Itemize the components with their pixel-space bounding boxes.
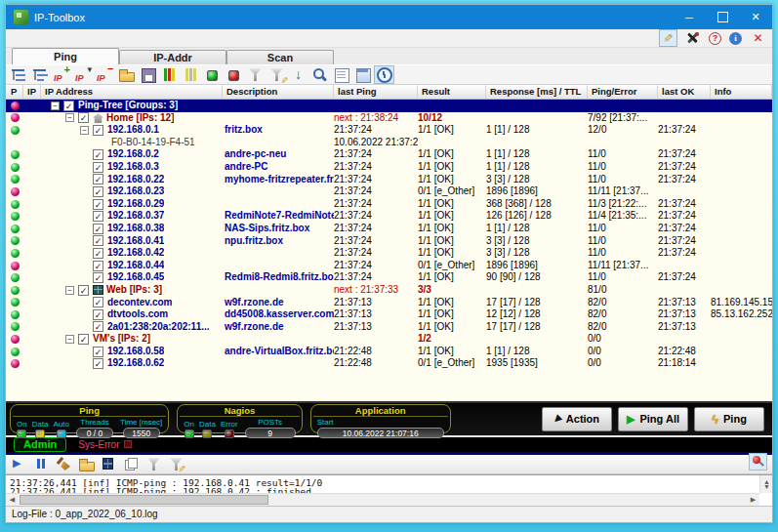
info-icon[interactable] <box>729 32 742 45</box>
close-icon[interactable] <box>750 30 766 46</box>
table-row[interactable]: 192.168.0.37RedmiNote7-RedmiNote...21:37… <box>6 210 772 223</box>
row-checkbox[interactable] <box>93 309 103 320</box>
maximize-button[interactable] <box>706 5 739 29</box>
clock-icon[interactable] <box>375 66 393 83</box>
stop-led-icon[interactable] <box>225 66 243 83</box>
scroll-right-icon[interactable]: ▶ <box>747 494 759 506</box>
table-row[interactable]: decontev.comw9f.rzone.de21:37:131/1 [OK]… <box>6 297 772 309</box>
table-row[interactable]: Home [IPs: 12]next : 21:38:2410/127/92 [… <box>6 112 772 125</box>
row-checkbox[interactable] <box>93 297 103 307</box>
collapse-expander[interactable] <box>65 335 74 344</box>
tab-scan[interactable]: Scan <box>226 50 334 64</box>
collapse-expander[interactable] <box>65 113 74 122</box>
filter-icon[interactable] <box>144 456 161 471</box>
tools-icon[interactable] <box>684 30 701 46</box>
table-row[interactable]: VM's [IPs: 2]1/20/0 <box>6 333 772 346</box>
play-icon[interactable] <box>10 456 26 471</box>
tab-ping[interactable]: Ping <box>12 48 119 64</box>
table-row[interactable]: 192.168.0.2921:37:241/1 [OK]368 [368] / … <box>6 198 772 211</box>
row-checkbox[interactable] <box>93 174 103 184</box>
column-header-response-ms-ttl[interactable]: Response [ms] / TTL <box>486 85 588 99</box>
table-row[interactable]: 192.168.0.4221:37:241/1 [OK]3 [3] / 1281… <box>6 247 772 260</box>
scrollbar-thumb[interactable] <box>20 495 268 505</box>
table-row[interactable]: 192.168.0.6221:22:480/1 [e_Other]1935 [1… <box>6 357 772 370</box>
table-row[interactable]: 192.168.0.58andre-VirtualBox.fritz.box21… <box>6 346 772 358</box>
table-row[interactable]: 192.168.0.1fritz.box21:37:241/1 [OK]1 [1… <box>6 124 772 137</box>
log-horizontal-scrollbar[interactable]: ◀ ▶ <box>6 493 759 506</box>
table-row[interactable]: 192.168.0.4421:37:240/1 [e_Other]1896 [1… <box>6 260 772 272</box>
close-button[interactable] <box>739 5 772 29</box>
table-row[interactable]: 192.168.0.41npu.fritz.box21:37:241/1 [OK… <box>6 235 772 248</box>
column-header-ping-error[interactable]: Ping/Error <box>588 85 658 99</box>
filter-edit-icon[interactable] <box>267 66 286 83</box>
tree-collapse-icon[interactable] <box>31 66 50 83</box>
search-icon[interactable] <box>310 66 329 83</box>
start-led-icon[interactable] <box>203 66 222 83</box>
ip-add-icon[interactable] <box>53 66 71 83</box>
row-checkbox[interactable] <box>78 112 89 123</box>
columns-colored-icon[interactable] <box>160 66 179 83</box>
row-checkbox[interactable] <box>93 358 103 369</box>
folder-open-icon[interactable] <box>117 66 136 83</box>
filter-icon[interactable] <box>246 66 265 83</box>
row-checkbox[interactable] <box>93 199 103 210</box>
folder-icon[interactable] <box>77 456 94 471</box>
report-icon[interactable] <box>332 66 350 83</box>
table-row[interactable]: 192.168.0.45Redmi8-Redmi8.fritz.box21:37… <box>6 271 772 284</box>
row-checkbox[interactable] <box>78 285 89 296</box>
panel-icon[interactable] <box>353 66 372 83</box>
collapse-expander[interactable] <box>65 286 74 295</box>
column-header-info[interactable]: Info <box>711 85 772 99</box>
row-checkbox[interactable] <box>93 186 103 197</box>
table-row[interactable]: 192.168.0.2andre-pc-neu21:37:241/1 [OK]1… <box>6 148 772 161</box>
save-icon[interactable] <box>139 66 157 83</box>
grid-icon[interactable] <box>100 456 116 471</box>
column-header-p[interactable]: P <box>6 85 23 99</box>
ip-insert-icon[interactable] <box>74 66 93 83</box>
tab-ip-addr[interactable]: IP-Addr <box>119 50 226 64</box>
row-checkbox[interactable] <box>93 261 103 271</box>
row-checkbox[interactable] <box>93 162 103 173</box>
table-row[interactable]: 192.168.0.2321:37:240/1 [e_Other]1896 [1… <box>6 185 772 198</box>
copy-icon[interactable] <box>122 456 139 471</box>
row-checkbox[interactable] <box>93 347 103 357</box>
row-checkbox[interactable] <box>93 272 103 283</box>
row-checkbox[interactable] <box>93 321 103 332</box>
collapse-expander[interactable] <box>80 126 89 135</box>
table-row[interactable]: Ping-Tree [Groups: 3] <box>6 100 772 112</box>
log-vertical-scrollbar[interactable]: ▲ ▼ <box>759 475 772 493</box>
minimize-button[interactable] <box>673 5 706 29</box>
table-row[interactable]: 192.168.0.22myhome-fritzrepeater.fr...21… <box>6 174 772 186</box>
column-header-last-ping[interactable]: last Ping <box>334 85 418 99</box>
table-row[interactable]: 2a01:238:20a:202:11...w9f.rzone.de21:37:… <box>6 321 772 334</box>
table-row[interactable]: 192.168.0.3andre-PC21:37:241/1 [OK]1 [1]… <box>6 161 772 174</box>
row-checkbox[interactable] <box>78 334 89 345</box>
ping-button[interactable]: Ping <box>694 407 764 431</box>
edit-icon[interactable] <box>660 30 676 46</box>
row-checkbox[interactable] <box>93 224 103 234</box>
table-row[interactable]: 192.168.0.38NAS-Sips.fritz.box21:37:241/… <box>6 223 772 235</box>
tab-sys-error[interactable]: Sys-Error <box>78 439 132 450</box>
arrow-down-icon[interactable] <box>289 66 307 83</box>
row-checkbox[interactable] <box>93 235 103 246</box>
table-row[interactable]: F0-B0-14-19-F4-5110.06.2022 21:37:26 <box>6 137 772 149</box>
columns-plain-icon[interactable] <box>182 66 200 83</box>
help-icon[interactable] <box>709 32 721 45</box>
column-header-result[interactable]: Result <box>418 85 486 99</box>
pause-icon[interactable] <box>32 456 49 471</box>
log-lines[interactable]: 21:37:26,441 [inf] ICMP-ping : 192.168.0… <box>6 476 759 493</box>
tree-expand-icon[interactable] <box>10 66 28 83</box>
scroll-left-icon[interactable]: ◀ <box>6 494 19 506</box>
pin-icon[interactable] <box>750 454 766 470</box>
row-checkbox[interactable] <box>93 248 103 259</box>
column-header-last-ok[interactable]: last OK <box>658 85 711 99</box>
clean-icon[interactable] <box>55 456 71 471</box>
row-checkbox[interactable] <box>93 211 103 222</box>
action-button[interactable]: Action <box>542 407 612 431</box>
ip-remove-icon[interactable] <box>96 66 114 83</box>
row-checkbox[interactable] <box>93 149 103 160</box>
column-header-description[interactable]: Description <box>223 85 334 99</box>
ping-all-button[interactable]: Ping All <box>618 407 688 431</box>
collapse-expander[interactable] <box>51 102 60 110</box>
filter-edit-icon[interactable] <box>167 456 184 471</box>
